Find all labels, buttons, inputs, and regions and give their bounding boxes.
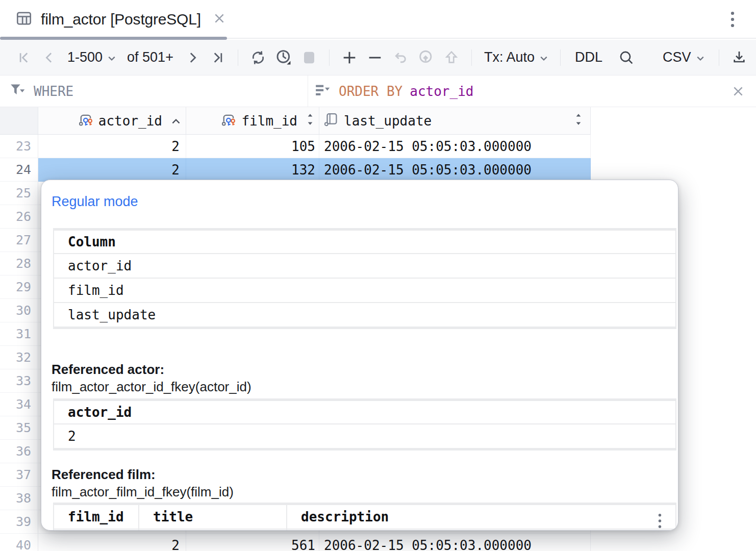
tx-mode-dropdown[interactable]: Tx: Auto	[484, 49, 548, 65]
columns-table-header: Column	[54, 231, 675, 253]
preview-changes-icon	[413, 45, 439, 70]
cell-last-update[interactable]: 2006-02-15 05:05:03.000000	[319, 534, 591, 551]
ddl-button[interactable]: DDL	[575, 49, 602, 65]
cell-last-update[interactable]: 2006-02-15 05:05:03.000000	[319, 135, 591, 158]
column-header-label: last_update	[344, 113, 432, 129]
sort-both-icon	[574, 113, 583, 129]
tab-film-actor[interactable]: film_actor [PostgreSQL]	[0, 0, 226, 39]
cell-actor-id[interactable]: 2	[38, 534, 186, 551]
tab-close-icon[interactable]	[212, 11, 226, 28]
order-by-input[interactable]: ORDER BY actor_id	[308, 76, 756, 107]
cell-film-id[interactable]: 132	[186, 158, 319, 182]
total-rows-label: of 501+	[127, 49, 173, 65]
header-label: description	[301, 509, 389, 524]
row-number[interactable]: 35	[0, 416, 38, 440]
referenced-film-fkey: film_actor_film_id_fkey(film_id)	[52, 484, 678, 499]
filter-funnel-icon	[10, 84, 26, 99]
toolbar-separator	[238, 49, 238, 66]
grid-header: actor_id film_id	[0, 107, 591, 135]
column-header-film-id[interactable]: film_id	[186, 107, 319, 134]
row-number[interactable]: 26	[0, 205, 38, 229]
columns-table: Column actor_idfilm_idlast_update	[53, 228, 676, 329]
cell-actor-id[interactable]: 2	[38, 135, 186, 158]
referenced-actor-header: actor_id	[54, 401, 675, 423]
add-row-plus-icon[interactable]	[337, 45, 362, 70]
column-header-last-update[interactable]: last_update	[319, 107, 591, 134]
chevron-down-icon	[696, 56, 704, 61]
foreign-key-icon	[78, 112, 93, 130]
previous-page-icon[interactable]	[37, 45, 62, 70]
table-options-kebab-icon[interactable]	[652, 512, 667, 530]
row-number[interactable]: 32	[0, 346, 38, 369]
row-number[interactable]: 24	[0, 158, 38, 182]
toolbar-separator	[329, 49, 330, 66]
tx-mode-value: Tx: Auto	[484, 49, 535, 65]
sort-asc-icon	[170, 113, 182, 129]
tab-bar: film_actor [PostgreSQL]	[0, 0, 756, 39]
row-number[interactable]: 34	[0, 393, 38, 416]
referenced-film-partial-row	[54, 530, 675, 531]
order-by-column: actor_id	[410, 84, 473, 99]
row-number[interactable]: 25	[0, 182, 38, 205]
close-filter-icon[interactable]	[728, 82, 748, 101]
row-number[interactable]: 37	[0, 463, 38, 487]
row-number[interactable]: 36	[0, 440, 38, 463]
referenced-actor-fkey: film_actor_actor_id_fkey(actor_id)	[52, 379, 678, 394]
toolbar-separator	[471, 49, 472, 66]
chevron-down-icon	[108, 56, 116, 61]
table-row[interactable]: 2421322006-02-15 05:05:03.000000	[0, 158, 591, 182]
referenced-film-header-description: description	[287, 505, 675, 529]
first-page-icon[interactable]	[11, 45, 37, 70]
columns-table-row[interactable]: actor_id	[54, 254, 675, 278]
columns-table-row[interactable]: last_update	[54, 303, 675, 327]
where-filter-input[interactable]: WHERE	[0, 76, 308, 107]
referenced-actor-value[interactable]: 2	[54, 424, 675, 448]
row-number[interactable]: 38	[0, 487, 38, 510]
search-icon[interactable]	[614, 45, 639, 70]
cell-actor-id[interactable]: 2	[38, 158, 186, 182]
row-number[interactable]: 28	[0, 252, 38, 276]
foreign-key-icon	[221, 112, 236, 130]
referenced-film-header-film-id: film_id	[54, 505, 138, 529]
column-header-label: film_id	[241, 113, 297, 129]
chevron-down-icon	[540, 56, 548, 61]
row-number[interactable]: 29	[0, 276, 38, 299]
row-number[interactable]: 40	[0, 534, 38, 551]
row-number[interactable]: 33	[0, 369, 38, 393]
next-page-icon[interactable]	[180, 45, 205, 70]
cell-last-update[interactable]: 2006-02-15 05:05:03.000000	[319, 158, 591, 182]
referenced-film-table: film_id title description	[53, 503, 676, 531]
table-row[interactable]: 2321052006-02-15 05:05:03.000000	[0, 135, 591, 158]
referenced-film-title: Referenced film:	[52, 467, 678, 482]
download-icon[interactable]	[726, 45, 752, 70]
cell-film-id[interactable]: 105	[186, 135, 319, 158]
row-number[interactable]: 27	[0, 229, 38, 252]
database-grid-window: film_actor [PostgreSQL] 1-500 of 501+	[0, 0, 756, 551]
refresh-icon[interactable]	[245, 45, 271, 70]
row-number[interactable]: 39	[0, 510, 38, 534]
page-range-value: 1-500	[67, 49, 103, 65]
more-options-kebab-icon[interactable]	[722, 9, 743, 30]
data-toolbar: 1-500 of 501+	[0, 40, 756, 76]
expand-toolbar-chevron-icon[interactable]	[752, 45, 756, 70]
cell-film-id[interactable]: 561	[186, 534, 319, 551]
referenced-film-header-row: film_id title description	[54, 505, 675, 529]
regular-mode-link[interactable]: Regular mode	[52, 192, 138, 211]
row-number[interactable]: 23	[0, 135, 38, 158]
columns-table-row[interactable]: film_id	[54, 279, 675, 302]
table-row[interactable]: 4025612006-02-15 05:05:03.000000	[0, 534, 591, 551]
tab-title: film_actor [PostgreSQL]	[41, 11, 201, 28]
column-header-actor-id[interactable]: actor_id	[38, 107, 186, 134]
last-page-icon[interactable]	[205, 45, 231, 70]
export-format-dropdown[interactable]: CSV	[663, 49, 704, 65]
sort-both-icon	[306, 113, 315, 129]
delete-row-minus-icon[interactable]	[362, 45, 388, 70]
row-number[interactable]: 31	[0, 322, 38, 346]
where-label: WHERE	[34, 84, 73, 99]
sort-lines-icon	[315, 84, 331, 99]
page-range-dropdown[interactable]: 1-500	[67, 49, 116, 65]
row-number[interactable]: 30	[0, 299, 38, 322]
column-header-label: actor_id	[98, 113, 162, 129]
export-format-value: CSV	[663, 49, 691, 65]
query-history-clock-icon[interactable]	[271, 45, 296, 70]
